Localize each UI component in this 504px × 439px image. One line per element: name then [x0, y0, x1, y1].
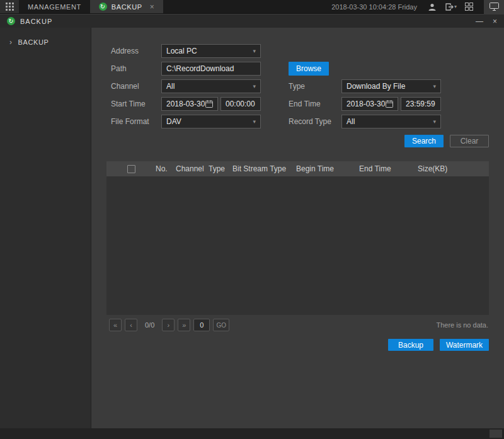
record-type-label: Record Type — [289, 117, 331, 126]
address-value: Local PC — [166, 47, 197, 55]
chevron-down-icon: ▾ — [253, 48, 256, 54]
results-table: No. Channel Type Bit Stream Type Begin T… — [106, 161, 489, 315]
sidebar: › BACKUP — [0, 28, 91, 428]
path-label: Path — [111, 64, 127, 73]
channel-value: All — [166, 82, 175, 91]
end-clock-field[interactable]: 23:59:59 — [401, 97, 441, 111]
address-label: Address — [111, 47, 139, 55]
first-page-button[interactable]: « — [109, 319, 122, 331]
record-type-dropdown[interactable]: All ▾ — [341, 115, 441, 128]
end-date-value: 2018-03-30 — [346, 100, 385, 108]
datetime-display: 2018-03-30 10:04:28 Friday — [331, 3, 417, 11]
type-label: Type — [289, 82, 305, 91]
chevron-down-icon: ▾ — [253, 118, 256, 125]
file-format-value: DAV — [166, 117, 181, 126]
chevron-down-icon: ▾ — [433, 118, 436, 125]
start-clock-value: 00:00:00 — [226, 100, 255, 108]
logout-icon[interactable]: ▾ — [445, 3, 457, 11]
prev-page-button[interactable]: ‹ — [125, 319, 137, 331]
select-all-checkbox[interactable] — [127, 165, 135, 173]
browse-button[interactable]: Browse — [289, 62, 329, 76]
empty-state-text: There is no data. — [436, 321, 488, 329]
address-dropdown[interactable]: Local PC ▾ — [161, 44, 261, 58]
title-bar: ↻ BACKUP — × — [0, 14, 504, 28]
last-page-button[interactable]: » — [178, 319, 190, 331]
close-icon[interactable]: × — [493, 18, 497, 25]
apps-menu-button[interactable] — [0, 0, 19, 13]
app-window: MANAGEMENT ↻ BACKUP × 2018-03-30 10:04:2… — [0, 0, 504, 439]
minimize-icon[interactable]: — — [476, 18, 483, 25]
pagination: « ‹ 0/0 › » GO — [109, 319, 229, 331]
tab-management[interactable]: MANAGEMENT — [19, 0, 90, 13]
start-date-field[interactable]: 2018-03-30 — [161, 97, 218, 111]
tab-close-icon[interactable]: × — [150, 3, 155, 11]
calendar-icon — [205, 100, 213, 108]
end-clock-value: 23:59:59 — [406, 100, 435, 108]
file-format-label: File Format — [111, 117, 149, 126]
tab-backup[interactable]: ↻ BACKUP × — [90, 0, 163, 13]
end-time-label: End Time — [289, 100, 321, 108]
record-type-value: All — [346, 117, 355, 126]
corner-tile — [490, 430, 502, 438]
monitor-icon[interactable] — [484, 0, 504, 14]
apps-grid-icon — [6, 3, 14, 11]
end-date-field[interactable]: 2018-03-30 — [341, 97, 398, 111]
path-input[interactable] — [161, 62, 261, 76]
window-controls: — × — [476, 18, 497, 25]
backup-button[interactable]: Backup — [388, 339, 433, 351]
start-date-value: 2018-03-30 — [166, 100, 205, 108]
column-end-time: End Time — [359, 164, 418, 173]
bottom-bar — [0, 428, 504, 439]
sidebar-item-label: BACKUP — [18, 38, 49, 46]
page-title: BACKUP — [20, 18, 52, 25]
table-header-row: No. Channel Type Bit Stream Type Begin T… — [106, 161, 489, 176]
user-icon[interactable] — [428, 3, 437, 11]
header-checkbox-cell — [106, 165, 156, 173]
tab-backup-label: BACKUP — [112, 3, 142, 11]
column-channel: Channel — [176, 164, 209, 173]
channel-label: Channel — [111, 82, 139, 91]
file-format-dropdown[interactable]: DAV ▾ — [161, 115, 261, 128]
go-button[interactable]: GO — [213, 319, 229, 331]
start-clock-field[interactable]: 00:00:00 — [220, 97, 261, 111]
page-info: 0/0 — [145, 321, 154, 329]
chevron-down-icon: ▾ — [433, 83, 436, 89]
watermark-button[interactable]: Watermark — [440, 339, 489, 351]
type-value: Download By File — [346, 82, 405, 91]
backup-tab-refresh-icon: ↻ — [99, 3, 107, 11]
start-time-label: Start Time — [111, 100, 146, 108]
column-type: Type — [209, 164, 232, 173]
search-button[interactable]: Search — [404, 135, 444, 147]
column-begin-time: Begin Time — [296, 164, 359, 173]
logout-caret-icon: ▾ — [454, 4, 457, 9]
next-page-button[interactable]: › — [162, 319, 175, 331]
tab-management-label: MANAGEMENT — [28, 3, 81, 11]
page-number-input[interactable] — [193, 319, 210, 331]
calendar-icon — [386, 100, 393, 108]
sidebar-item-backup[interactable]: › BACKUP — [0, 33, 91, 52]
top-bar: MANAGEMENT ↻ BACKUP × 2018-03-30 10:04:2… — [0, 0, 504, 14]
type-dropdown[interactable]: Download By File ▾ — [341, 79, 441, 93]
column-size-kb: Size(KB) — [418, 164, 489, 173]
backup-page-icon: ↻ — [7, 17, 15, 25]
column-no: No. — [156, 164, 176, 173]
column-bit-stream-type: Bit Stream Type — [232, 164, 296, 173]
channel-dropdown[interactable]: All ▾ — [161, 79, 261, 93]
table-body — [106, 176, 489, 315]
layout-grid-icon[interactable] — [465, 3, 473, 11]
main-panel: Address Local PC ▾ Path Browse Channel A… — [92, 28, 504, 428]
chevron-right-icon: › — [9, 38, 13, 47]
chevron-down-icon: ▾ — [253, 83, 256, 89]
topbar-right-cluster: 2018-03-30 10:04:28 Friday ▾ — [331, 0, 504, 13]
clear-button[interactable]: Clear — [450, 135, 489, 147]
